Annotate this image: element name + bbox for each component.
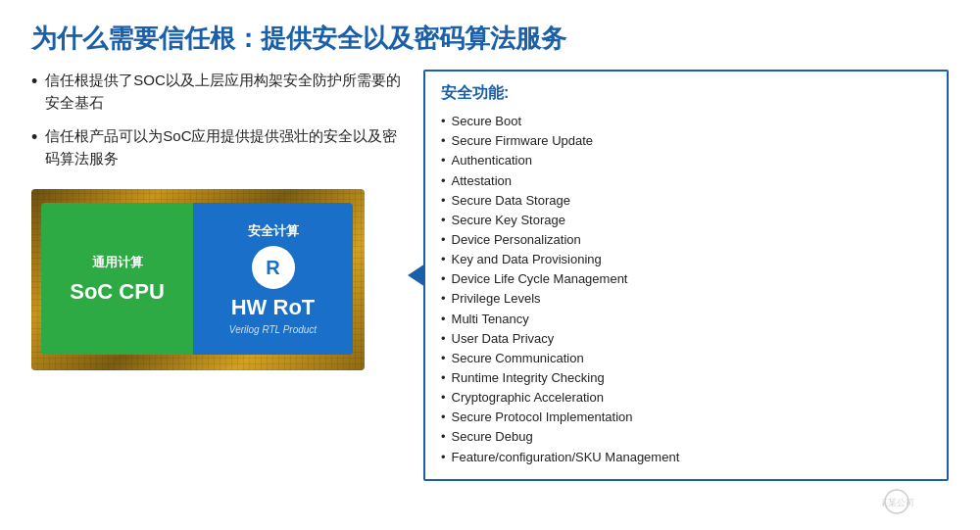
- bullet-dot-1: •: [31, 69, 37, 95]
- content-area: • 信任根提供了SOC以及上层应用构架安全防护所需要的安全基石 • 信任根产品可…: [31, 70, 949, 481]
- bullet-item-1: • 信任根提供了SOC以及上层应用构架安全防护所需要的安全基石: [31, 70, 404, 114]
- bullet-dot-2: •: [31, 124, 37, 151]
- security-item-3: Authentication: [441, 151, 931, 170]
- verilog-label: Verilog RTL Product: [229, 324, 317, 335]
- security-item-9: Device Life Cycle Management: [441, 269, 931, 289]
- secure-compute-main-label: HW RoT: [231, 295, 316, 320]
- security-item-7: Device Personalization: [441, 230, 931, 250]
- security-item-16: Secure Protocol Implementation: [441, 408, 931, 427]
- bullet-text-1: 信任根提供了SOC以及上层应用构架安全防护所需要的安全基石: [45, 70, 404, 114]
- secure-compute-block: 安全计算 R HW RoT Verilog RTL Product: [193, 203, 353, 355]
- page-title: 为什么需要信任根：提供安全以及密码算法服务: [31, 24, 949, 54]
- security-title: 安全功能:: [441, 83, 931, 104]
- rot-icon: R: [252, 246, 295, 289]
- svg-text:某某公司: 某某公司: [882, 498, 914, 507]
- security-item-11: Multi Tenancy: [441, 310, 931, 329]
- chip-inner: 通用计算 SoC CPU 安全计算 R HW RoT Verilog RTL P…: [41, 203, 353, 355]
- bullet-item-2: • 信任根产品可以为SoC应用提供提供强壮的安全以及密码算法服务: [31, 125, 404, 169]
- security-item-10: Privilege Levels: [441, 289, 931, 309]
- general-compute-main-label: SoC CPU: [70, 279, 165, 305]
- secure-compute-top-label: 安全计算: [248, 222, 299, 240]
- bullet-text-2: 信任根产品可以为SoC应用提供提供强壮的安全以及密码算法服务: [45, 125, 404, 169]
- security-item-12: User Data Privacy: [441, 329, 931, 349]
- arrow-connector: [408, 264, 425, 287]
- bullet-points: • 信任根提供了SOC以及上层应用构架安全防护所需要的安全基石 • 信任根产品可…: [31, 70, 404, 169]
- general-compute-top-label: 通用计算: [92, 254, 143, 271]
- security-item-8: Key and Data Provisioning: [441, 250, 931, 269]
- rot-letter: R: [266, 257, 279, 279]
- security-item-5: Secure Data Storage: [441, 191, 931, 211]
- security-item-14: Runtime Integrity Checking: [441, 368, 931, 388]
- watermark: 某某公司: [882, 487, 960, 518]
- page-container: 为什么需要信任根：提供安全以及密码算法服务 • 信任根提供了SOC以及上层应用构…: [0, 0, 980, 530]
- security-item-18: Feature/configuration/SKU Management: [441, 448, 931, 467]
- security-item-2: Secure Firmware Update: [441, 131, 931, 151]
- general-compute-block: 通用计算 SoC CPU: [41, 203, 193, 355]
- security-item-6: Secure Key Storage: [441, 211, 931, 230]
- security-list: Secure Boot Secure Firmware Update Authe…: [441, 112, 931, 467]
- security-features-panel: 安全功能: Secure Boot Secure Firmware Update…: [423, 70, 949, 481]
- security-item-1: Secure Boot: [441, 112, 931, 131]
- security-item-13: Secure Communication: [441, 349, 931, 368]
- chip-diagram: 通用计算 SoC CPU 安全计算 R HW RoT Verilog RTL P…: [31, 189, 384, 385]
- security-item-15: Cryptographic Acceleration: [441, 388, 931, 408]
- security-item-4: Attestation: [441, 171, 931, 191]
- security-item-17: Secure Debug: [441, 427, 931, 447]
- left-panel: • 信任根提供了SOC以及上层应用构架安全防护所需要的安全基石 • 信任根产品可…: [31, 70, 404, 385]
